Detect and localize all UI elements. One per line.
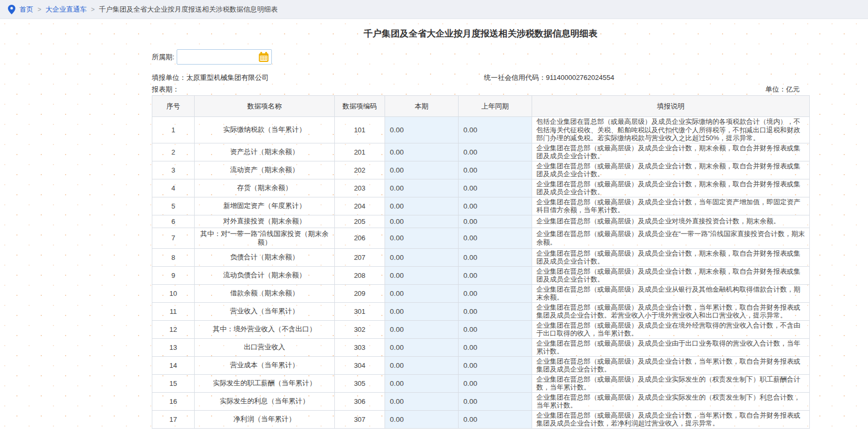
period-date-input[interactable] (177, 50, 271, 64)
current-period-cell[interactable]: 0.00 (385, 302, 459, 320)
table-row: 3 流动资产（期末余额） 202 0.00 0.00 企业集团在晋总部（或最高层… (152, 161, 810, 179)
current-period-cell[interactable]: 0.00 (385, 374, 459, 392)
period-label: 所属期: (152, 52, 175, 62)
filling-note: 企业集团在晋总部（或最高层级）及成员企业合计数，当年累计数，取自合并财务报表或集… (532, 410, 810, 428)
prior-year-cell[interactable]: 0.00 (459, 320, 532, 338)
prior-year-cell[interactable]: 0.00 (459, 161, 532, 179)
current-period-cell[interactable]: 0.00 (385, 179, 459, 197)
table-header: 序号 数据项名称 数据项编码 本期 上年同期 填报说明 (152, 96, 810, 117)
data-item-code: 207 (335, 248, 385, 266)
prior-year-cell[interactable]: 0.00 (459, 410, 532, 428)
current-period-cell[interactable]: 0.00 (385, 117, 459, 143)
current-period-cell[interactable]: 0.00 (385, 392, 459, 410)
data-item-name: 负债合计（期末余额） (195, 248, 335, 266)
unit-note: 单位：亿元 (765, 85, 800, 94)
filling-note: 企业集团在晋总部（或最高层级）及成员企业在境外经营取得的营业收入合计数，不含由于… (532, 320, 810, 338)
prior-year-cell[interactable]: 0.00 (459, 392, 532, 410)
report-period-label: 报表期： (152, 85, 179, 93)
prior-year-cell[interactable]: 0.00 (459, 179, 532, 197)
filler-unit-label: 填报单位：太原重型机械集团有限公司 (152, 74, 269, 82)
header-serial: 序号 (152, 96, 195, 117)
page-title: 千户集团及全省大企业按月度报送相关涉税数据信息明细表 (152, 28, 809, 40)
filling-note: 企业集团在晋总部（或最高层级）及成员企业合计数，期末余额，取自合并财务报表或集团… (532, 161, 810, 179)
breadcrumb-section-link[interactable]: 大企业直通车 (45, 5, 87, 14)
breadcrumb-home-link[interactable]: 首页 (20, 5, 33, 14)
row-serial: 13 (152, 338, 195, 356)
filling-note: 企业集团在晋总部（或最高层级）及成员企业合计数，期末余额，取自合并财务报表或集团… (532, 248, 810, 266)
breadcrumb: 首页 > 大企业直通车 > 千户集团及全省大企业按月度报送相关涉税数据信息明细表 (0, 0, 868, 19)
current-period-cell[interactable]: 0.00 (385, 356, 459, 374)
row-serial: 15 (152, 374, 195, 392)
prior-year-cell[interactable]: 0.00 (459, 228, 532, 248)
data-item-code: 307 (335, 410, 385, 428)
header-filling-note: 填报说明 (532, 96, 810, 117)
row-serial: 2 (152, 143, 195, 161)
data-item-name: 资产总计（期末余额） (195, 143, 335, 161)
filling-note: 企业集团在晋总部（或最高层级）及成员企业合计数，当年累计数，取自合并财务报表或集… (532, 302, 810, 320)
breadcrumb-separator: > (91, 6, 95, 13)
header-item-name: 数据项名称 (195, 96, 335, 117)
prior-year-cell[interactable]: 0.00 (459, 284, 532, 302)
prior-year-cell[interactable]: 0.00 (459, 197, 532, 215)
row-serial: 4 (152, 179, 195, 197)
data-item-name: 流动资产（期末余额） (195, 161, 335, 179)
prior-year-cell[interactable]: 0.00 (459, 117, 532, 143)
period-form-row: 所属期: (152, 49, 809, 65)
current-period-cell[interactable]: 0.00 (385, 161, 459, 179)
prior-year-cell[interactable]: 0.00 (459, 302, 532, 320)
data-item-code: 306 (335, 392, 385, 410)
calendar-icon[interactable] (258, 51, 269, 62)
period-date-field[interactable] (177, 49, 272, 65)
row-serial: 7 (152, 228, 195, 248)
current-period-cell[interactable]: 0.00 (385, 215, 459, 228)
current-period-cell[interactable]: 0.00 (385, 248, 459, 266)
data-item-code: 304 (335, 356, 385, 374)
row-serial: 11 (152, 302, 195, 320)
data-item-name: 存货（期末余额） (195, 179, 335, 197)
data-item-name: 实际发生的职工薪酬（当年累计） (195, 374, 335, 392)
prior-year-cell[interactable]: 0.00 (459, 143, 532, 161)
header-current-period: 本期 (385, 96, 459, 117)
data-item-name: 实际缴纳税款（当年累计） (195, 117, 335, 143)
current-period-cell[interactable]: 0.00 (385, 338, 459, 356)
prior-year-cell[interactable]: 0.00 (459, 266, 532, 284)
data-item-code: 206 (335, 228, 385, 248)
data-item-name: 流动负债合计（期末余额） (195, 266, 335, 284)
table-row: 16 实际发生的利息（当年累计） 306 0.00 0.00 企业集团在晋总部（… (152, 392, 810, 410)
data-item-name: 营业收入（当年累计） (195, 302, 335, 320)
filling-note: 企业集团在晋总部（或最高层级）及成员企业合计数，期末余额，取自合并财务报表或集团… (532, 143, 810, 161)
prior-year-cell[interactable]: 0.00 (459, 356, 532, 374)
prior-year-cell[interactable]: 0.00 (459, 248, 532, 266)
filling-note: 企业集团在晋总部（或最高层级）及成员企业由于出口业务取得的营业收入合计数，当年累… (532, 338, 810, 356)
data-item-code: 303 (335, 338, 385, 356)
current-period-cell[interactable]: 0.00 (385, 410, 459, 428)
table-row: 9 流动负债合计（期末余额） 208 0.00 0.00 企业集团在晋总部（或最… (152, 266, 810, 284)
data-item-name: 其中：对“一带一路”沿线国家投资（期末余额） (195, 228, 335, 248)
data-item-code: 301 (335, 302, 385, 320)
breadcrumb-current: 千户集团及全省大企业按月度报送相关涉税数据信息明细表 (99, 5, 278, 14)
filling-note: 企业集团在晋总部（或最高层级）及成员企业实际发生的（权责发生制下）利息合计数，当… (532, 392, 810, 410)
prior-year-cell[interactable]: 0.00 (459, 338, 532, 356)
current-period-cell[interactable]: 0.00 (385, 266, 459, 284)
current-period-cell[interactable]: 0.00 (385, 320, 459, 338)
data-item-name: 借款余额（期末余额） (195, 284, 335, 302)
header-prior-year: 上年同期 (459, 96, 532, 117)
current-period-cell[interactable]: 0.00 (385, 143, 459, 161)
filling-note: 企业集团在晋总部（或最高层级）及成员企业合计数，当年累计数，取自合并财务报表或集… (532, 356, 810, 374)
data-item-name: 出口营业收入 (195, 338, 335, 356)
data-item-code: 101 (335, 117, 385, 143)
location-pin-icon (8, 5, 15, 14)
table-row: 4 存货（期末余额） 203 0.00 0.00 企业集团在晋总部（或最高层级）… (152, 179, 810, 197)
table-row: 17 净利润（当年累计） 307 0.00 0.00 企业集团在晋总部（或最高层… (152, 410, 810, 428)
current-period-cell[interactable]: 0.00 (385, 197, 459, 215)
table-row: 2 资产总计（期末余额） 201 0.00 0.00 企业集团在晋总部（或最高层… (152, 143, 810, 161)
prior-year-cell[interactable]: 0.00 (459, 215, 532, 228)
prior-year-cell[interactable]: 0.00 (459, 374, 532, 392)
data-item-code: 208 (335, 266, 385, 284)
filling-note: 企业集团在晋总部（或最高层级）及成员企业合计数，期末余额，取自合并财务报表或集团… (532, 179, 810, 197)
data-item-code: 302 (335, 320, 385, 338)
breadcrumb-separator: > (38, 6, 41, 13)
data-item-code: 201 (335, 143, 385, 161)
current-period-cell[interactable]: 0.00 (385, 228, 459, 248)
current-period-cell[interactable]: 0.00 (385, 284, 459, 302)
